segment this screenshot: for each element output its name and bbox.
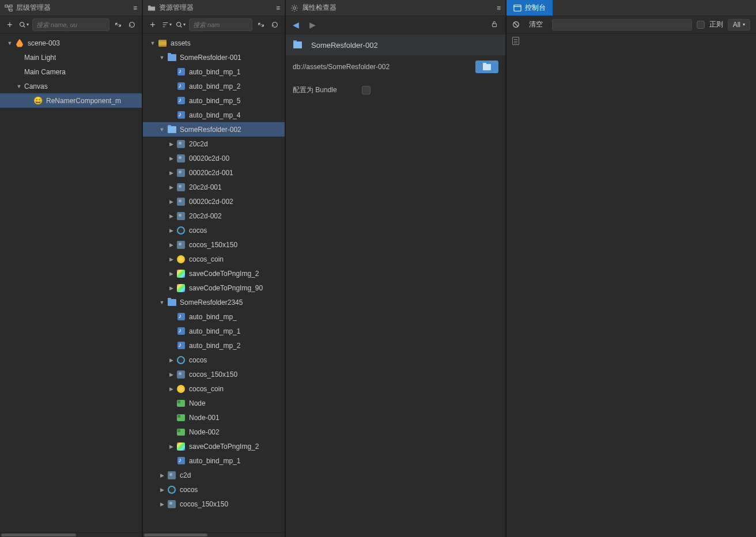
expand-arrow-icon[interactable]: ▶: [168, 228, 174, 233]
tree-row[interactable]: ▼scene-003: [0, 36, 142, 50]
tree-row[interactable]: ▶saveCodeToPngImg_2: [143, 439, 285, 453]
bundle-checkbox[interactable]: [362, 86, 371, 94]
tree-row[interactable]: ▶Node: [143, 396, 285, 410]
tree-row[interactable]: ▶00020c2d-001: [143, 165, 285, 180]
tree-row[interactable]: ▼SomeResfolder2345: [143, 295, 285, 309]
expand-arrow-icon[interactable]: ▼: [16, 84, 22, 89]
expand-arrow-icon[interactable]: ▼: [150, 40, 156, 46]
hierarchy-search-input[interactable]: [32, 18, 109, 31]
tree-row[interactable]: ▶cocos: [143, 482, 285, 497]
nav-back-icon[interactable]: ◀: [293, 20, 299, 29]
expand-arrow-icon[interactable]: ▶: [168, 170, 174, 176]
expand-arrow-icon[interactable]: ▶: [168, 242, 174, 248]
expand-arrow-icon[interactable]: ▶: [168, 285, 174, 291]
image-icon: [176, 183, 186, 192]
expand-arrow-icon[interactable]: ▶: [168, 199, 174, 205]
tree-row[interactable]: ▶auto_bind_mp_2: [143, 79, 285, 93]
tree-row[interactable]: ▶Node-002: [143, 425, 285, 439]
search-mode-icon[interactable]: ▾: [18, 20, 29, 30]
add-asset-button[interactable]: +: [148, 20, 158, 30]
collapse-all-icon[interactable]: [113, 20, 123, 30]
add-node-button[interactable]: +: [5, 20, 15, 30]
audio-icon: [176, 341, 186, 350]
tree-row[interactable]: ▼SomeResfolder-001: [143, 50, 285, 65]
tree-row[interactable]: ▼SomeResfolder-002: [143, 122, 285, 137]
expand-arrow-icon[interactable]: ▶: [159, 472, 165, 478]
tree-item-label: Main Camera: [24, 68, 66, 76]
tree-row[interactable]: ▶cocos_150x150: [143, 237, 285, 252]
sort-icon[interactable]: ▾: [161, 20, 172, 30]
tree-row[interactable]: ▶auto_bind_mp_1: [143, 453, 285, 468]
search-mode-icon[interactable]: ▾: [175, 20, 186, 30]
tree-row[interactable]: ▶cocos: [143, 223, 285, 237]
tree-row[interactable]: ▶cocos_150x150: [143, 367, 285, 381]
tree-row[interactable]: ▶auto_bind_mp_5: [143, 93, 285, 108]
tree-row[interactable]: ▶Main Light: [0, 50, 142, 65]
folder-icon: [167, 53, 176, 62]
console-tab[interactable]: 控制台: [506, 0, 553, 16]
tree-item-label: 20c2d-002: [189, 212, 222, 220]
ban-icon[interactable]: [512, 21, 520, 28]
expand-arrow-icon[interactable]: ▶: [168, 386, 174, 392]
refresh-icon[interactable]: [270, 20, 280, 30]
tree-row[interactable]: ▶saveCodeToPngImg_90: [143, 281, 285, 295]
tree-row[interactable]: ▶Node-001: [143, 410, 285, 425]
tree-row[interactable]: ▶20c2d-002: [143, 209, 285, 223]
tree-row[interactable]: ▶😄ReNamerComponent_m: [0, 93, 142, 108]
expand-arrow-icon[interactable]: ▶: [168, 156, 174, 161]
regex-checkbox[interactable]: [697, 21, 705, 29]
h-scrollbar[interactable]: [143, 532, 285, 537]
expand-arrow-icon[interactable]: ▶: [168, 372, 174, 377]
tree-row[interactable]: ▶auto_bind_mp_: [143, 309, 285, 324]
expand-arrow-icon[interactable]: ▼: [159, 127, 165, 133]
assets-search-input[interactable]: [189, 18, 252, 31]
tree-row[interactable]: ▶cocos: [143, 353, 285, 367]
tree-row[interactable]: ▶20c2d: [143, 137, 285, 151]
tree-row[interactable]: ▶cocos_coin: [143, 381, 285, 396]
tree-row[interactable]: ▶cocos_coin: [143, 252, 285, 266]
expand-arrow-icon[interactable]: ▶: [168, 256, 174, 262]
folder-icon: [167, 298, 176, 307]
tree-row[interactable]: ▶auto_bind_mp_1: [143, 324, 285, 338]
tree-row[interactable]: ▶00020c2d-002: [143, 194, 285, 209]
expand-arrow-icon[interactable]: ▶: [168, 184, 174, 190]
tree-item-label: Canvas: [24, 82, 48, 90]
lock-icon[interactable]: [490, 20, 498, 30]
panel-menu-icon[interactable]: ≡: [497, 4, 501, 12]
nav-forward-icon[interactable]: ▶: [309, 20, 316, 29]
expand-arrow-icon[interactable]: ▼: [159, 55, 165, 60]
hierarchy-tree[interactable]: ▼scene-003▶Main Light▶Main Camera▼Canvas…: [0, 33, 142, 532]
tree-row[interactable]: ▼assets: [143, 36, 285, 50]
expand-arrow-icon[interactable]: ▶: [168, 357, 174, 363]
tree-row[interactable]: ▶auto_bind_mp_1: [143, 65, 285, 79]
tree-row[interactable]: ▶Main Camera: [0, 65, 142, 79]
tree-row[interactable]: ▶20c2d-001: [143, 180, 285, 194]
tree-row[interactable]: ▶cocos_150x150: [143, 497, 285, 511]
log-filter-select[interactable]: All ▾: [728, 19, 750, 31]
document-icon[interactable]: [512, 37, 519, 45]
refresh-icon[interactable]: [127, 20, 137, 30]
tree-row[interactable]: ▶auto_bind_mp_4: [143, 108, 285, 122]
clear-button[interactable]: 清空: [524, 18, 547, 31]
tree-row[interactable]: ▶saveCodeToPngImg_2: [143, 266, 285, 281]
expand-arrow-icon[interactable]: ▶: [168, 141, 174, 147]
expand-arrow-icon[interactable]: ▶: [168, 271, 174, 277]
expand-arrow-icon[interactable]: ▼: [7, 40, 13, 46]
reveal-folder-button[interactable]: [475, 60, 498, 73]
tree-row[interactable]: ▶c2d: [143, 468, 285, 482]
expand-arrow-icon[interactable]: ▶: [159, 487, 165, 493]
console-search-input[interactable]: [552, 19, 692, 31]
panel-menu-icon[interactable]: ≡: [276, 4, 280, 12]
tree-row[interactable]: ▶auto_bind_mp_2: [143, 338, 285, 353]
tree-item-label: cocos_150x150: [189, 241, 237, 249]
tree-row[interactable]: ▼Canvas: [0, 79, 142, 93]
panel-menu-icon[interactable]: ≡: [133, 4, 137, 12]
h-scrollbar[interactable]: [0, 532, 142, 537]
expand-arrow-icon[interactable]: ▶: [168, 444, 174, 449]
expand-arrow-icon[interactable]: ▶: [168, 213, 174, 219]
collapse-all-icon[interactable]: [256, 20, 266, 30]
expand-arrow-icon[interactable]: ▼: [159, 300, 165, 305]
assets-tree[interactable]: ▼assets▼SomeResfolder-001▶auto_bind_mp_1…: [143, 33, 285, 532]
tree-row[interactable]: ▶00020c2d-00: [143, 151, 285, 165]
expand-arrow-icon[interactable]: ▶: [159, 501, 165, 507]
